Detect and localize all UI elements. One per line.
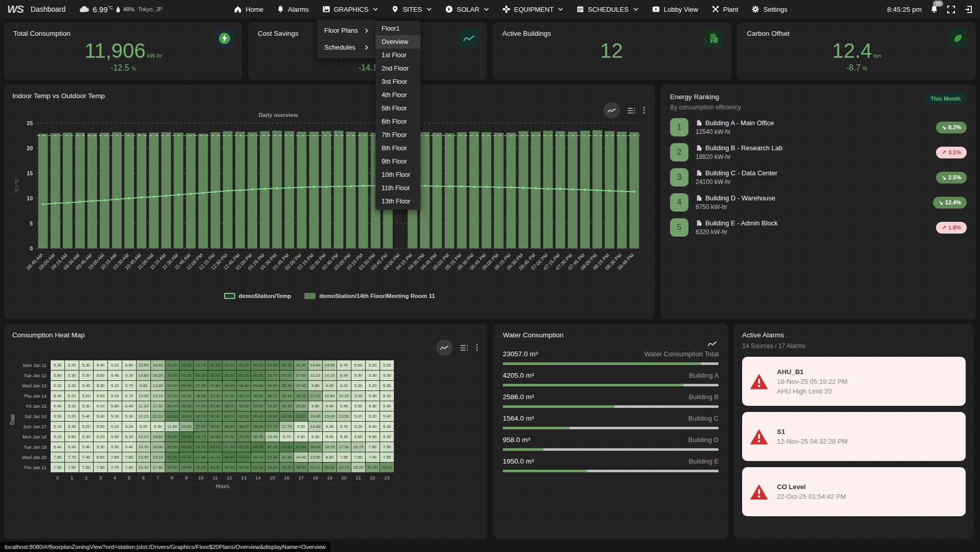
heatmap-cell[interactable]: 7.80 (366, 442, 380, 452)
heatmap-cell[interactable]: 36.00 (380, 463, 394, 472)
heatmap-cell[interactable]: 35.50 (323, 463, 337, 472)
heatmap-cell[interactable]: 9.80 (308, 401, 322, 411)
heatmap-cell[interactable]: 40.70 (194, 360, 208, 370)
submenu-item[interactable]: 3rd Floor (375, 75, 420, 88)
heatmap-cell[interactable]: 6.40 (122, 401, 136, 411)
heatmap-cell[interactable]: 14.40 (294, 452, 308, 462)
heatmap-cell[interactable]: 27.20 (308, 391, 322, 401)
heatmap-cell[interactable]: 5.20 (79, 391, 93, 401)
heatmap-cell[interactable]: 39.60 (222, 381, 236, 390)
heatmap-cell[interactable]: 5.30 (366, 371, 380, 380)
heatmap-cell[interactable]: 41.40 (237, 360, 251, 370)
heatmap-cell[interactable]: 14.40 (308, 422, 322, 431)
heatmap-cell[interactable]: 5.30 (65, 422, 79, 431)
heatmap-cell[interactable]: 38.70 (222, 401, 236, 411)
heatmap-cell[interactable]: 6.70 (280, 432, 294, 442)
heatmap-cell[interactable]: 5.40 (122, 442, 136, 452)
heatmap-cell[interactable]: 37.80 (208, 401, 222, 411)
submenu-item[interactable]: Overview (375, 35, 420, 49)
heatmap-cell[interactable]: 5.10 (108, 360, 122, 370)
heatmap-cell[interactable]: 5.60 (351, 360, 365, 370)
period-badge[interactable]: This Month (924, 93, 967, 104)
heatmap-cell[interactable]: 39.30 (280, 463, 294, 472)
heatmap-cell[interactable]: 5.30 (351, 371, 365, 380)
heatmap-cell[interactable]: 39.10 (251, 452, 265, 462)
heatmap-cell[interactable]: 15.70 (351, 442, 365, 452)
submenu-item[interactable]: 13th Floor (375, 195, 420, 208)
heatmap-cell[interactable]: 5.90 (337, 401, 351, 411)
nav-item-alarms[interactable]: Alarms (272, 2, 314, 16)
heatmap-cell[interactable]: 31.80 (366, 463, 380, 472)
water-chart-button[interactable] (707, 340, 718, 348)
heatmap-cell[interactable]: 9.10 (351, 391, 365, 401)
heatmap-cell[interactable]: 18.60 (151, 360, 165, 370)
heatmap-cell[interactable]: 5.40 (51, 442, 64, 452)
heatmap-cell[interactable]: 5.10 (94, 401, 107, 411)
heatmap-cell[interactable]: 41.50 (237, 442, 251, 452)
heatmap-cell[interactable]: 5.30 (380, 381, 394, 390)
heatmap-cell[interactable]: 27.60 (294, 371, 308, 380)
heatmap-cell[interactable]: 5.20 (366, 360, 380, 370)
heatmap-cell[interactable]: 5.20 (366, 411, 380, 421)
heatmap-cell[interactable]: 5.20 (351, 422, 365, 431)
heatmap-cell[interactable]: 5.20 (108, 391, 122, 401)
heatmap-cell[interactable]: 7.50 (380, 452, 394, 462)
heatmap-cell[interactable]: 5.10 (51, 422, 64, 431)
heatmap-cell[interactable]: 14.50 (323, 360, 337, 370)
heatmap-cell[interactable]: 38.70 (265, 371, 279, 380)
heatmap-cell[interactable]: 23.60 (180, 422, 193, 431)
heatmap-cell[interactable]: 42.10 (194, 442, 208, 452)
heatmap-cell[interactable]: 5.20 (137, 422, 150, 431)
heatmap-cell[interactable]: 13.50 (337, 411, 351, 421)
heatmap-cell[interactable]: 7.50 (65, 463, 79, 472)
heatmap-cell[interactable]: 5.70 (337, 422, 351, 431)
heatmap-cell[interactable]: 5.30 (65, 371, 79, 380)
heatmap-cell[interactable]: 11.10 (137, 401, 150, 411)
heatmap-cell[interactable]: 41.60 (294, 442, 308, 452)
heatmap-cell[interactable]: 5.30 (366, 401, 380, 411)
alarm-card[interactable]: AHU_B1 18-Nov-25 05:19:22 PM AHU High Li… (742, 357, 966, 406)
heatmap-cell[interactable]: 43.80 (280, 442, 294, 452)
submenu-item[interactable]: 5th Floor (375, 102, 420, 115)
heatmap-cell[interactable]: 18.20 (323, 442, 337, 452)
heatmap-cell[interactable]: 42.50 (251, 371, 265, 380)
heatmap-cell[interactable]: 40.40 (265, 411, 279, 421)
heatmap-cell[interactable]: 40.90 (251, 360, 265, 370)
heatmap-cell[interactable]: 5.40 (94, 360, 107, 370)
data-view-button[interactable] (460, 344, 469, 351)
heatmap-cell[interactable]: 5.60 (351, 432, 365, 442)
heatmap-cell[interactable]: 44.60 (222, 452, 236, 462)
nav-item-solar[interactable]: SOLAR (440, 2, 494, 16)
heatmap-cell[interactable]: 39.60 (165, 371, 179, 380)
heatmap-cell[interactable]: 31.80 (280, 452, 294, 462)
nav-item-schedules[interactable]: SCHEDULES (571, 2, 643, 16)
heatmap-cell[interactable]: 40.10 (237, 411, 251, 421)
heatmap-cell[interactable]: 37.60 (208, 381, 222, 390)
heatmap-cell[interactable]: 39.30 (265, 452, 279, 462)
heatmap-cell[interactable]: 40.30 (280, 360, 294, 370)
heatmap-cell[interactable]: 9.40 (323, 401, 337, 411)
heatmap-cell[interactable]: 7.60 (351, 452, 365, 462)
submenu-item[interactable]: 4th Floor (375, 88, 420, 102)
heatmap-cell[interactable]: 38.90 (208, 432, 222, 442)
heatmap-cell[interactable]: 38.00 (208, 422, 222, 431)
heatmap-cell[interactable]: 36.60 (194, 391, 208, 401)
heatmap-cell[interactable]: 5.30 (380, 401, 394, 411)
heatmap-cell[interactable]: 38.50 (294, 463, 308, 472)
heatmap-cell[interactable]: 5.30 (122, 371, 136, 380)
heatmap-cell[interactable]: 43.70 (165, 452, 179, 462)
heatmap-cell[interactable]: 13.10 (137, 432, 150, 442)
heatmap-cell[interactable]: 5.30 (94, 381, 107, 390)
ranking-row[interactable]: 4 Building D - Warehouse 8750 kW-hr ↘12.… (670, 193, 967, 212)
heatmap-cell[interactable]: 5.40 (294, 432, 308, 442)
heatmap-cell[interactable]: 10.80 (323, 391, 337, 401)
heatmap-cell[interactable]: 36.50 (251, 401, 265, 411)
heatmap-cell[interactable]: 5.40 (51, 401, 64, 411)
heatmap-cell[interactable]: 11.80 (165, 422, 179, 431)
heatmap-cell[interactable]: 35.40 (280, 381, 294, 390)
heatmap-cell[interactable]: 37.80 (194, 422, 208, 431)
heatmap-cell[interactable]: 35.30 (265, 401, 279, 411)
heatmap-cell[interactable]: 5.30 (337, 432, 351, 442)
legend-item-indoor[interactable]: demoStation/14th Floor/Meeting Room 11 (304, 293, 435, 299)
heatmap-cell[interactable]: 29.70 (337, 463, 351, 472)
